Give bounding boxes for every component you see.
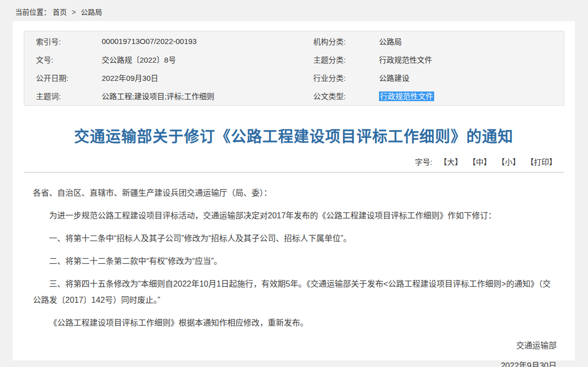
font-size-controls: 字号: 【大】 【中】 【小】 【打印】 <box>13 156 557 167</box>
meta-value-doc-type: 行政规范性文件 <box>379 90 564 101</box>
paragraph-item-1: 一、将第十二条中“招标人及其子公司”修改为“招标人及其子公司、招标人下属单位”。 <box>33 231 557 247</box>
font-size-label: 字号: <box>415 158 432 166</box>
paragraph-intro: 为进一步规范公路工程建设项目评标活动，交通运输部决定对2017年发布的《公路工程… <box>33 208 557 224</box>
meta-row-doc-number: 文号: 交公路规〔2022〕8号 主题分类: 行政规范性文件 <box>24 50 564 68</box>
breadcrumb: 当前位置： 首页 > 公路局 <box>0 0 588 21</box>
meta-value-doc-type-selected-text: 行政规范性文件 <box>379 91 434 101</box>
meta-label-keywords: 主题词: <box>36 90 102 101</box>
meta-row-publish-date: 公开日期: 2022年09月30日 行业分类: 公路建设 <box>24 68 564 86</box>
font-size-small-button[interactable]: 【小】 <box>497 158 520 166</box>
breadcrumb-home-link[interactable]: 首页 <box>53 8 67 16</box>
meta-label-topic-category: 主题分类: <box>313 54 379 65</box>
meta-label-doc-type: 公文类型: <box>313 90 379 101</box>
meta-value-industry-category: 公路建设 <box>379 72 564 83</box>
meta-label-org-category: 机构分类: <box>313 36 379 47</box>
meta-value-doc-number: 交公路规〔2022〕8号 <box>102 54 302 65</box>
paragraph-item-3: 三、将第四十五条修改为“本细则自2022年10月1日起施行，有效期5年。《交通运… <box>33 276 557 308</box>
meta-label-industry-category: 行业分类: <box>313 72 379 83</box>
paragraph-salutation: 各省、自治区、直辖市、新疆生产建设兵团交通运输厅（局、委）： <box>33 185 557 201</box>
meta-value-index-number: 000019713O07/2022-00193 <box>102 37 302 45</box>
meta-value-publish-date: 2022年09月30日 <box>102 72 302 83</box>
meta-value-keywords: 公路工程;建设项目;评标;工作细则 <box>102 90 302 101</box>
meta-label-doc-number: 文号: <box>36 54 102 65</box>
meta-row-keywords: 主题词: 公路工程;建设项目;评标;工作细则 公文类型: 行政规范性文件 <box>24 86 564 105</box>
paragraph-item-2: 二、将第二十二条第二款中“有权”修改为“应当”。 <box>33 253 557 269</box>
breadcrumb-separator: > <box>72 8 76 16</box>
meta-value-org-category: 公路局 <box>379 36 564 47</box>
breadcrumb-current-link[interactable]: 公路局 <box>81 8 102 16</box>
signature-org: 交通运输部 <box>33 338 557 354</box>
page-title: 交通运输部关于修订《公路工程建设项目评标工作细则》的通知 <box>33 127 555 146</box>
font-size-medium-button[interactable]: 【中】 <box>469 158 491 166</box>
document-meta-table: 索引号: 000019713O07/2022-00193 机构分类: 公路局 文… <box>24 31 564 106</box>
print-button[interactable]: 【打印】 <box>526 158 557 166</box>
meta-label-index-number: 索引号: <box>36 36 102 47</box>
signature-date: 2022年9月30日 <box>33 358 557 367</box>
paragraph-closing: 《公路工程建设项目评标工作细则》根据本通知作相应修改，重新发布。 <box>33 315 557 331</box>
meta-row-index-number: 索引号: 000019713O07/2022-00193 机构分类: 公路局 <box>24 32 564 50</box>
breadcrumb-label: 当前位置： <box>15 8 51 16</box>
meta-value-topic-category: 行政规范性文件 <box>379 54 564 65</box>
title-body-divider <box>24 172 564 173</box>
article-body: 各省、自治区、直辖市、新疆生产建设兵团交通运输厅（局、委）： 为进一步规范公路工… <box>33 185 557 367</box>
meta-label-publish-date: 公开日期: <box>36 72 102 83</box>
signature-block: 交通运输部 2022年9月30日 <box>33 338 557 367</box>
font-size-large-button[interactable]: 【大】 <box>439 158 462 166</box>
document-card: 索引号: 000019713O07/2022-00193 机构分类: 公路局 文… <box>13 21 575 360</box>
